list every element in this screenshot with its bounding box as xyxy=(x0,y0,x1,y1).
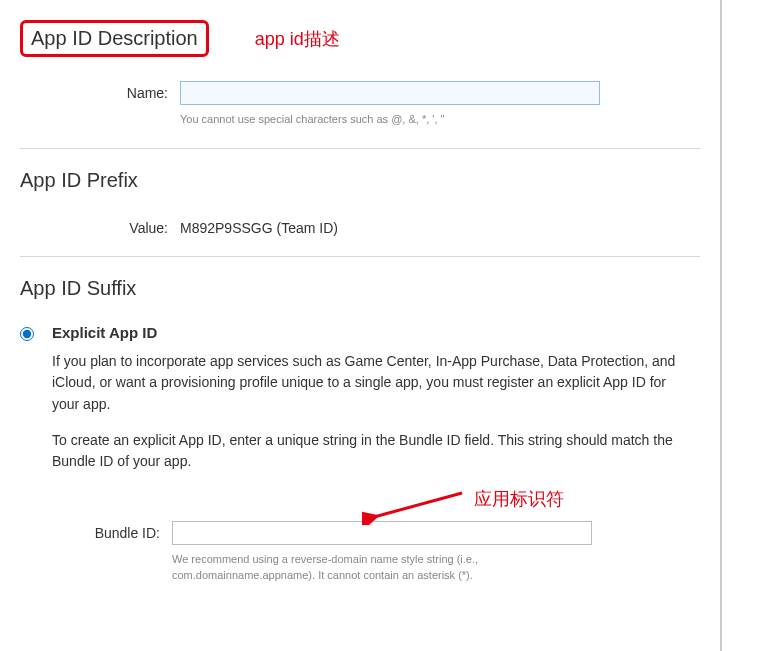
explicit-content: Explicit App ID If you plan to incorpora… xyxy=(52,324,700,584)
bundle-label: Bundle ID: xyxy=(52,521,172,541)
name-hint: You cannot use special characters such a… xyxy=(180,111,600,128)
section-header-description: App ID Description xyxy=(20,20,209,57)
explicit-radio-block: Explicit App ID If you plan to incorpora… xyxy=(20,324,700,584)
section-header-prefix: App ID Prefix xyxy=(20,169,700,192)
name-field-row: Name: You cannot use special characters … xyxy=(20,81,700,128)
section-suffix: App ID Suffix Explicit App ID If you pla… xyxy=(20,257,700,604)
right-divider xyxy=(720,0,722,651)
annotation-description: app id描述 xyxy=(255,27,340,51)
annotation-bottom-container: 应用标识符 xyxy=(52,487,680,517)
annotation-bundle: 应用标识符 xyxy=(474,487,564,511)
section-description: App ID Description app id描述 Name: You ca… xyxy=(20,0,700,149)
section-header-suffix: App ID Suffix xyxy=(20,277,700,300)
bundle-field-content: We recommend using a reverse-domain name… xyxy=(172,521,680,584)
bundle-hint: We recommend using a reverse-domain name… xyxy=(172,551,592,584)
explicit-radio[interactable] xyxy=(20,327,34,341)
explicit-desc1: If you plan to incorporate app services … xyxy=(52,351,680,416)
name-field-content: You cannot use special characters such a… xyxy=(180,81,700,128)
bundle-field-row: Bundle ID: We recommend using a reverse-… xyxy=(52,521,680,584)
explicit-desc2: To create an explicit App ID, enter a un… xyxy=(52,430,680,473)
prefix-value-text: M892P9SSGG (Team ID) xyxy=(180,216,338,236)
description-header-row: App ID Description app id描述 xyxy=(20,20,700,57)
name-label: Name: xyxy=(20,81,180,101)
section-prefix: App ID Prefix Value: M892P9SSGG (Team ID… xyxy=(20,149,700,257)
bundle-id-input[interactable] xyxy=(172,521,592,545)
prefix-value-row: Value: M892P9SSGG (Team ID) xyxy=(20,216,700,236)
prefix-value-label: Value: xyxy=(20,216,180,236)
name-input[interactable] xyxy=(180,81,600,105)
explicit-title: Explicit App ID xyxy=(52,324,680,341)
svg-line-0 xyxy=(374,493,462,517)
arrow-icon xyxy=(362,485,472,525)
content-area: App ID Description app id描述 Name: You ca… xyxy=(0,0,720,604)
